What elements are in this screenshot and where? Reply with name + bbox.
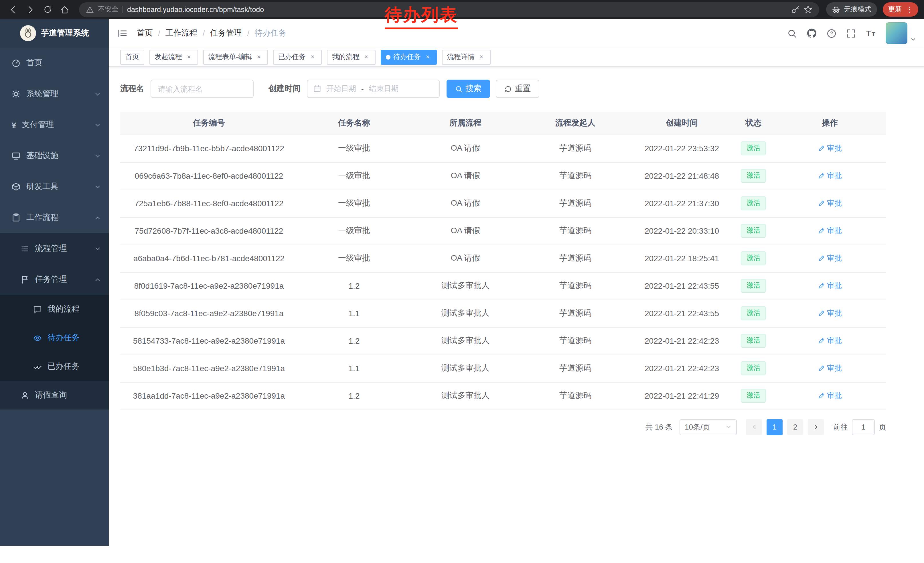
approve-link[interactable]: 审批 [818,308,842,318]
help-button[interactable] [826,29,836,38]
approve-link[interactable]: 审批 [818,171,842,181]
close-icon[interactable] [362,53,370,61]
cell-create-time: 2022-01-21 22:42:23 [630,327,734,354]
cell-create-time: 2022-01-22 18:25:41 [630,245,734,272]
breadcrumb-item[interactable]: 工作流程 [165,28,198,38]
cell-status: 激活 [734,189,773,217]
process-name-input[interactable] [151,80,254,98]
yen-icon: ¥ [12,120,16,130]
reload-icon [43,5,52,14]
close-icon[interactable] [255,53,263,61]
sidebar-item-my-process[interactable]: 我的流程 [0,295,109,324]
approve-link[interactable]: 审批 [818,143,842,153]
breadcrumb-item[interactable]: 任务管理 [210,28,242,38]
cell-task-name: 一级审批 [298,135,411,162]
end-date-placeholder[interactable]: 结束日期 [369,84,399,94]
cell-task-name: 一级审批 [298,217,411,245]
search-button[interactable] [787,29,797,38]
sidebar-item-payment[interactable]: ¥ 支付管理 [0,110,109,140]
cell-task-id: 069c6a63-7b8a-11ec-8ef0-acde48001122 [120,162,298,189]
cell-starter: 芋道源码 [520,162,630,189]
sidebar-item-home[interactable]: 首页 [0,48,109,78]
start-date-placeholder[interactable]: 开始日期 [326,84,356,94]
user-menu[interactable] [886,23,916,44]
approve-link[interactable]: 审批 [818,363,842,374]
page-size-select[interactable]: 10条/页 [680,419,737,435]
cell-status: 激活 [734,327,773,354]
cell-status: 激活 [734,162,773,189]
cell-actions: 审批 [773,162,886,189]
tab-start-process[interactable]: 发起流程 [149,50,198,65]
breadcrumb-item[interactable]: 首页 [137,28,153,38]
browser-home-button[interactable] [57,2,72,17]
page-button-1[interactable]: 1 [766,419,783,435]
github-button[interactable] [807,28,817,38]
browser-back-button[interactable] [6,2,21,17]
tab-done-task[interactable]: 已办任务 [273,50,322,65]
goto-page: 前往 页 [833,419,886,435]
close-icon[interactable] [477,53,486,61]
menu-dots-icon[interactable] [906,6,913,14]
approve-link[interactable]: 审批 [818,198,842,209]
browser-reload-button[interactable] [40,2,55,17]
approve-link[interactable]: 审批 [818,336,842,346]
double-check-icon [33,362,42,371]
tab-home[interactable]: 首页 [120,50,144,65]
hamburger-button[interactable] [117,28,128,38]
sidebar-item-devtools[interactable]: 研发工具 [0,171,109,202]
tab-form-edit[interactable]: 流程表单-编辑 [203,50,268,65]
cell-actions: 审批 [773,327,886,354]
next-page-button[interactable] [808,419,824,435]
close-icon[interactable] [185,53,193,61]
main-area: 首页 / 工作流程 / 任务管理 / 待办任务 [109,19,924,546]
close-icon[interactable] [309,53,316,61]
reset-button[interactable]: 重置 [496,80,539,98]
tab-process-detail[interactable]: 流程详情 [442,50,490,65]
font-size-button[interactable] [866,28,876,38]
goto-unit: 页 [879,422,886,432]
approve-link[interactable]: 审批 [818,226,842,236]
sidebar-item-infra[interactable]: 基础设施 [0,140,109,171]
sidebar-item-process-mgmt[interactable]: 流程管理 [0,233,109,264]
cell-task-id: 73211d9d-7b9b-11ec-b5b7-acde48001122 [120,135,298,162]
search-submit-button[interactable]: 搜索 [447,80,490,98]
page-button-2[interactable]: 2 [787,419,803,435]
incognito-badge: 无痕模式 [826,2,877,17]
browser-forward-button[interactable] [23,2,38,17]
security-label: 不安全 [98,5,118,14]
update-label: 更新 [888,5,902,14]
date-range-picker[interactable]: 开始日期 - 结束日期 [307,80,440,98]
bookmark-star-icon[interactable] [804,5,812,14]
sidebar-item-leave-query[interactable]: 请假查询 [0,381,109,410]
prev-page-button[interactable] [746,419,762,435]
cell-status: 激活 [734,217,773,245]
breadcrumb: 首页 / 工作流程 / 任务管理 / 待办任务 [137,28,286,38]
status-badge: 激活 [741,197,766,210]
edit-pencil-icon [818,200,825,207]
breadcrumb-separator: / [248,29,250,38]
chevron-down-icon [94,245,101,252]
back-icon [9,5,18,14]
sidebar-item-task-mgmt[interactable]: 任务管理 [0,264,109,295]
fullscreen-button[interactable] [846,29,856,38]
tab-todo-task[interactable]: 待办任务 [381,50,437,65]
table-header-row: 任务编号 任务名称 所属流程 流程发起人 创建时间 状态 操作 [120,112,886,135]
cell-process: 测试多审批人 [411,327,520,354]
approve-link[interactable]: 审批 [818,390,842,401]
sidebar-item-system[interactable]: 系统管理 [0,78,109,110]
tab-my-process[interactable]: 我的流程 [327,50,375,65]
cell-task-id: 8f059c03-7ac8-11ec-a9e2-a2380e71991a [120,300,298,327]
avatar[interactable] [886,23,908,44]
update-button[interactable]: 更新 [883,2,918,17]
approve-link[interactable]: 审批 [818,281,842,291]
cell-task-id: 75d72608-7b7f-11ec-a3c8-acde48001122 [120,217,298,245]
font-size-icon [866,28,876,38]
sidebar-item-done-task[interactable]: 已办任务 [0,352,109,381]
key-icon[interactable] [791,5,800,14]
sidebar-item-workflow[interactable]: 工作流程 [0,202,109,233]
table-row: a6aba0a4-7b6d-11ec-b781-acde48001122 一级审… [120,245,886,272]
approve-link[interactable]: 审批 [818,253,842,263]
goto-page-input[interactable] [852,419,875,435]
sidebar-item-todo-task[interactable]: 待办任务 [0,324,109,352]
close-icon[interactable] [424,53,432,61]
